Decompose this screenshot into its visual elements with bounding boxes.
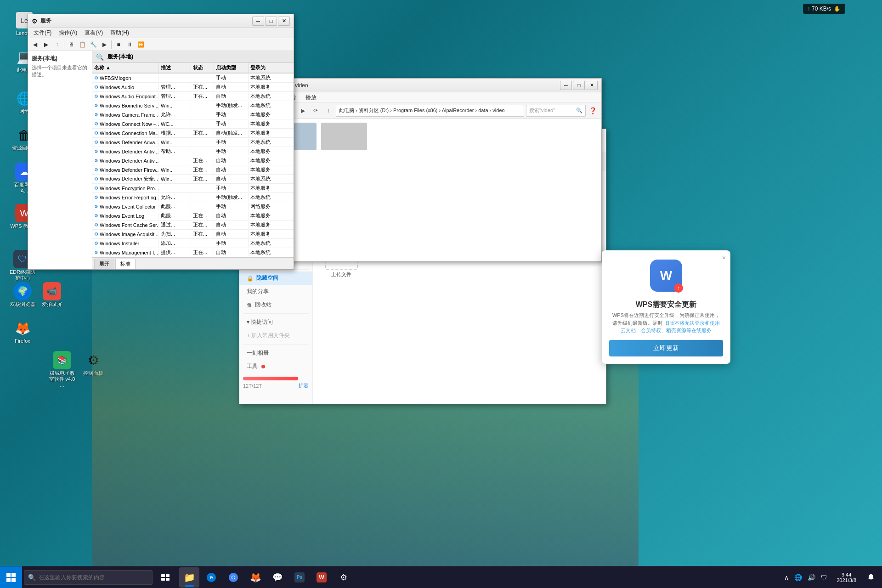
toolbar-forward-btn[interactable]: ▶ [41, 40, 51, 50]
explorer-maximize-btn[interactable]: □ [573, 81, 585, 90]
desktop-icon-browser[interactable]: 🌍 双核浏览器 [6, 280, 39, 309]
taskbar-app-settings[interactable]: ⚙ [334, 567, 354, 588]
service-desc-cell: 为扫... [159, 230, 191, 238]
toolbar-btn2[interactable]: 📋 [77, 40, 87, 50]
explorer-close-btn[interactable]: ✕ [586, 81, 598, 90]
service-row[interactable]: ⚙ Windows Image Acquisiti... 为扫... 正在...… [92, 230, 294, 239]
service-row[interactable]: ⚙ Windows Connect Now –... WC... 手动 本地服务 [92, 119, 294, 129]
help-btn[interactable]: ❓ [588, 106, 598, 116]
taskbar-clock[interactable]: 9:44 2021/3/8 [833, 572, 860, 583]
desktop-icon-aipa[interactable]: 📹 爱拍录屏 [36, 280, 68, 309]
service-icon: ⚙ [94, 186, 98, 191]
toolbar-btn3[interactable]: 🔧 [88, 40, 98, 50]
service-row[interactable]: ⚙ Windows Camera Frame ... 允许... 手动 本地服务 [92, 110, 294, 119]
wps-update-popup: × W ↑ WPS需要安全更新 WPS将在近期进行安全升级，为确保正常使用，请升… [602, 250, 730, 364]
service-row[interactable]: ⚙ Windows Biometric Servi... Win... 手动(触… [92, 101, 294, 110]
service-row[interactable]: ⚙ Windows Audio 管理... 正在... 自动 本地服务 [92, 83, 294, 92]
baidu-nav-tools[interactable]: 工具 [239, 360, 312, 373]
service-startup-cell: 手动 [214, 138, 249, 146]
notification-btn[interactable] [860, 566, 882, 588]
taskbar-app-ps[interactable]: Ps [289, 567, 310, 588]
task-view-btn[interactable] [154, 566, 176, 588]
service-row[interactable]: ⚙ Windows Audio Endpoint... 管理... 正在... … [92, 92, 294, 101]
service-row[interactable]: ⚙ Windows Event Collector 此服... 手动 网络服务 [92, 202, 294, 211]
service-logon-cell: 本地服务 [249, 129, 285, 137]
service-icon: ⚙ [94, 85, 98, 90]
tray-volume-icon[interactable]: 🔊 [806, 572, 817, 583]
toolbar-stop-btn[interactable]: ■ [113, 40, 124, 50]
svg-rect-12 [11, 578, 16, 582]
services-table[interactable]: 名称 ▲ 描述 状态 启动类型 登录为 [92, 63, 294, 257]
col-header-status[interactable]: 状态 [191, 63, 214, 73]
toolbar-back-btn[interactable]: ◀ [30, 40, 40, 50]
menu-action[interactable]: 操作(A) [55, 28, 81, 38]
start-button[interactable] [0, 566, 22, 588]
taskbar-app-chrome[interactable] [223, 567, 243, 588]
expand-btn[interactable]: 扩容 [299, 382, 309, 389]
tray-up-arrow[interactable]: ∧ [782, 572, 791, 583]
desktop-icon-firefox[interactable]: 🦊 Firefox [6, 317, 39, 346]
service-row[interactable]: ⚙ WFBSMIogon 手动 本地系统 [92, 74, 294, 83]
tab-expand[interactable]: 展开 [94, 259, 114, 269]
service-row[interactable]: ⚙ Windows Installer 添加... 手动 本地系统 [92, 239, 294, 248]
explorer-address-bar[interactable]: 此电脑 › 资料分区 (D:) › Program Files (x86) › … [336, 105, 524, 117]
toolbar-show-hide-btn[interactable]: 🖥 [66, 40, 76, 50]
taskbar-app-wechat[interactable]: 💬 [267, 567, 288, 588]
tray-security-icon[interactable]: 🛡 [819, 572, 829, 583]
col-header-name[interactable]: 名称 ▲ [92, 63, 159, 73]
toolbar-btn4[interactable]: ▶ [99, 40, 109, 50]
wps-update-btn[interactable]: 立即更新 [609, 340, 723, 356]
toolbar-pause-btn[interactable]: ⏸ [124, 40, 135, 50]
taskbar-search-bar[interactable]: 🔍 [24, 570, 153, 585]
baidu-nav-album[interactable]: 一刻相册 [239, 346, 312, 360]
menu-help[interactable]: 帮助(H) [107, 28, 133, 38]
service-row[interactable]: ⚙ Windows Event Log 此服... 正在... 自动 本地服务 [92, 211, 294, 220]
tab-standard[interactable]: 标准 [115, 259, 136, 269]
col-header-desc[interactable]: 描述 [159, 63, 191, 73]
baidu-nav-add-folder[interactable]: + 加入常用文件夹 [239, 329, 312, 342]
menu-play[interactable]: 播放 [301, 92, 321, 102]
service-row[interactable]: ⚙ Windows Encryption Pro... 手动 本地服务 [92, 184, 294, 193]
explorer-up-btn[interactable]: ↑ [323, 105, 334, 116]
toolbar-up-btn[interactable]: ↑ [52, 40, 62, 50]
explorer-refresh-btn[interactable]: ⟳ [310, 105, 321, 116]
tray-network-icon[interactable]: 🌐 [792, 572, 804, 583]
baidu-nav-share[interactable]: 我的分享 [239, 285, 312, 298]
browser-icon: 🌍 [13, 282, 32, 300]
service-row[interactable]: ⚙ Windows Defender Adva... Win... 手动 本地系… [92, 138, 294, 147]
taskbar-app-file-explorer[interactable]: 📁 [179, 567, 199, 588]
menu-file[interactable]: 文件(F) [30, 28, 55, 38]
baidu-nav-trash[interactable]: 🗑 回收站 [239, 298, 312, 311]
wps-popup-close-btn[interactable]: × [722, 254, 726, 261]
service-row[interactable]: ⚙ Windows Management I... 提供... 正在... 自动… [92, 248, 294, 257]
taskbar-app-edge[interactable]: e [201, 567, 221, 588]
service-row[interactable]: ⚙ Windows Defender Firew... Win... 正在...… [92, 165, 294, 175]
service-row[interactable]: ⚙ Windows Font Cache Ser... 通过... 正在... … [92, 220, 294, 230]
explorer-minimize-btn[interactable]: ─ [560, 81, 572, 90]
service-row[interactable]: ⚙ Windows Defender Antiv... 正在... 自动 本地服… [92, 156, 294, 165]
desktop-icon-polestar[interactable]: 📚 极域电子教室软件 v4.0 ... [46, 349, 78, 390]
taskbar-search-input[interactable] [39, 574, 130, 581]
baidu-nav-quick[interactable]: ▾ 快捷访问 [239, 316, 312, 329]
service-desc-cell: 通过... [159, 221, 191, 229]
explorer-search[interactable]: 搜索"video" 🔍 [526, 105, 586, 117]
services-close-btn[interactable]: ✕ [278, 17, 290, 26]
col-header-logon[interactable]: 登录为 [249, 63, 285, 73]
service-row[interactable]: ⚙ Windows Connection Ma... 根据... 正在... 自… [92, 129, 294, 138]
col-header-startup[interactable]: 启动类型 [214, 63, 249, 73]
baidu-nav-hidden-space[interactable]: 🔒 隐藏空间 [239, 271, 312, 285]
firefox-taskbar-icon: 🦊 [250, 572, 261, 583]
service-row[interactable]: ⚙ Windows Defender Antiv... 帮助... 手动 本地服… [92, 147, 294, 156]
service-desc-cell [159, 160, 191, 161]
toolbar-resume-btn[interactable]: ⏩ [136, 40, 146, 50]
menu-view[interactable]: 查看(V) [81, 28, 107, 38]
service-row[interactable]: ⚙ Windows Error Reporting... 允许... 手动(触发… [92, 193, 294, 202]
explorer-forward-btn[interactable]: ▶ [297, 105, 308, 116]
services-minimize-btn[interactable]: ─ [252, 17, 264, 26]
services-maximize-btn[interactable]: □ [265, 17, 277, 26]
taskbar-search-icon: 🔍 [28, 574, 36, 581]
taskbar-app-firefox[interactable]: 🦊 [245, 567, 266, 588]
service-icon: ⚙ [94, 103, 98, 108]
taskbar-app-wps[interactable]: W [311, 567, 332, 588]
service-row[interactable]: ⚙ Windows Defender 安全... Win... 正在... 自动… [92, 175, 294, 184]
